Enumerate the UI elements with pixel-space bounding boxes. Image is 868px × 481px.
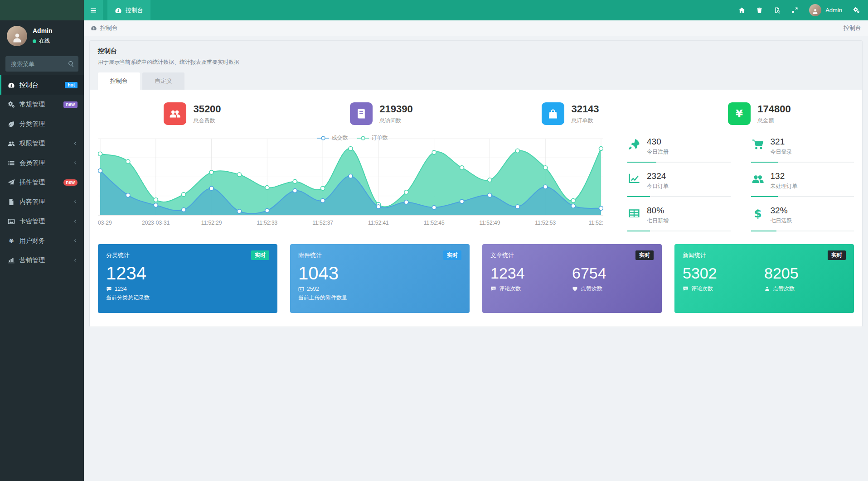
card-caption: 当前上传的附件数量 xyxy=(298,294,461,302)
sidebar-item-dashboard[interactable]: 控制台hot xyxy=(0,75,84,95)
card-big-value: 5302 xyxy=(683,265,764,282)
legend-item[interactable]: 成交数 xyxy=(317,134,348,142)
tab-custom[interactable]: 自定义 xyxy=(142,72,184,90)
sidebar-brand xyxy=(0,0,84,20)
card-category-stats: 分类统计实时12341234当前分类总记录数 xyxy=(98,244,277,313)
users-icon xyxy=(8,140,15,147)
panel-tabs: 控制台自定义 xyxy=(98,72,854,90)
svg-text:11:52:41: 11:52:41 xyxy=(368,220,389,226)
expand-icon[interactable] xyxy=(791,7,798,14)
line-chart-icon xyxy=(627,173,641,185)
stat-总订单数: 32143总订单数 xyxy=(476,102,665,125)
sidebar-item-cardkey[interactable]: 卡密管理 xyxy=(0,212,84,231)
person-icon xyxy=(764,286,770,292)
chevron-left-icon xyxy=(73,258,78,263)
sidebar-user-status: 在线 xyxy=(39,37,50,45)
sidebar-toggle-button[interactable] xyxy=(84,0,103,20)
legend-item[interactable]: 订单数 xyxy=(357,134,388,142)
chart-bar-icon xyxy=(8,257,15,264)
stat-总会员数: 35200总会员数 xyxy=(98,102,287,125)
progress-bar xyxy=(627,231,650,231)
sidebar-item-label: 用户财务 xyxy=(19,237,68,245)
ministat-七日活跃: $32%七日活跃 xyxy=(751,205,854,231)
sidebar-item-marketing[interactable]: 营销管理 xyxy=(0,250,84,270)
realtime-badge: 实时 xyxy=(251,250,269,260)
sidebar-item-finance[interactable]: ¥用户财务 xyxy=(0,231,84,250)
sidebar-item-category[interactable]: 分类管理 xyxy=(0,114,84,134)
chevron-left-icon xyxy=(73,219,78,224)
yen-icon: ¥ xyxy=(733,108,745,120)
realtime-badge: 实时 xyxy=(828,250,846,260)
comment-icon xyxy=(490,286,496,292)
ministats-grid: 430今日注册321今日登录2324今日订单132未处理订单80%七日新增$32… xyxy=(607,136,854,231)
sidebar-item-label: 内容管理 xyxy=(19,198,68,206)
sidebar-user-panel: Admin 在线 xyxy=(0,20,84,52)
sidebar-item-label: 控制台 xyxy=(19,81,60,89)
svg-text:2023-03-31: 2023-03-31 xyxy=(142,220,170,226)
summary-cards-row: 分类统计实时12341234当前分类总记录数附件统计实时10432592当前上传… xyxy=(98,244,854,313)
sidebar-item-general[interactable]: 常规管理new xyxy=(0,95,84,114)
navbar-user-name: Admin xyxy=(825,7,842,14)
card-sub-label: 点赞次数 xyxy=(773,285,795,293)
file-search-icon[interactable] xyxy=(774,7,781,14)
card-sub-value: 2592 xyxy=(307,286,319,292)
home-icon[interactable] xyxy=(738,7,745,14)
sidebar-item-auth[interactable]: 权限管理 xyxy=(0,134,84,153)
badge-new: new xyxy=(63,179,78,186)
breadcrumb-dashboard-link[interactable]: 控制台 xyxy=(91,24,118,32)
stat-value: 32143 xyxy=(571,103,599,115)
legend-marker-icon xyxy=(357,136,369,140)
ministat-value: 132 xyxy=(771,171,798,181)
svg-text:$: $ xyxy=(754,207,761,220)
tab-dashboard[interactable]: 控制台 xyxy=(107,0,150,20)
tab-dashboard[interactable]: 控制台 xyxy=(98,72,140,90)
svg-text:¥: ¥ xyxy=(9,237,14,245)
badge-new: new xyxy=(63,101,78,108)
card-title: 文章统计 xyxy=(490,251,514,260)
chevron-left-icon xyxy=(73,238,78,243)
yen-icon: ¥ xyxy=(728,102,751,125)
stat-value: 35200 xyxy=(193,103,221,115)
trend-chart[interactable]: 成交数订单数 03-292023-03-3111:52:2911:52:3311… xyxy=(98,136,607,231)
card-title: 分类统计 xyxy=(106,251,130,260)
bag-icon xyxy=(542,102,564,125)
card-title: 附件统计 xyxy=(298,251,322,260)
sidebar-item-label: 分类管理 xyxy=(19,120,78,128)
card-sub-label: 评论次数 xyxy=(691,285,713,293)
ministat-七日新增: 80%七日新增 xyxy=(627,205,731,231)
navbar-user-menu[interactable]: Admin xyxy=(809,4,842,16)
page-title: 控制台 xyxy=(98,47,854,55)
sidebar-item-content[interactable]: 内容管理 xyxy=(0,192,84,212)
legend-label: 订单数 xyxy=(372,134,388,142)
svg-text:11:52:49: 11:52:49 xyxy=(480,220,500,226)
sidebar-item-label: 会员管理 xyxy=(19,159,68,167)
progress-bar xyxy=(751,231,777,231)
page-description: 用于展示当前系统中的统计数据、统计报表及重要实时数据 xyxy=(98,58,854,66)
gears-icon[interactable] xyxy=(853,7,860,14)
sidebar-item-label: 常规管理 xyxy=(19,101,59,109)
top-navbar: 控制台 Admin xyxy=(84,0,868,20)
users-icon xyxy=(169,108,181,120)
trash-icon[interactable] xyxy=(756,7,763,14)
sidebar-item-addon[interactable]: 插件管理new xyxy=(0,173,84,192)
card-caption: 当前分类总记录数 xyxy=(106,294,269,302)
menu-bars-icon xyxy=(90,7,97,14)
badge-hot: hot xyxy=(65,82,78,88)
realtime-badge: 实时 xyxy=(635,250,654,260)
stats-row: 35200总会员数219390总访问数32143总订单数¥174800总金额 xyxy=(98,102,854,125)
bag-icon xyxy=(547,108,559,120)
legend-label: 成交数 xyxy=(332,134,348,142)
area-chart-svg: 03-292023-03-3111:52:2911:52:3311:52:371… xyxy=(98,136,603,229)
search-icon[interactable] xyxy=(68,60,75,67)
leaf-icon xyxy=(8,120,15,128)
chevron-left-icon xyxy=(73,160,78,165)
ministat-今日注册: 430今日注册 xyxy=(627,136,731,163)
legend-marker-icon xyxy=(317,136,329,140)
plane-icon xyxy=(8,179,15,186)
stat-value: 219390 xyxy=(379,103,412,115)
file-icon xyxy=(8,198,15,206)
sidebar-item-member[interactable]: 会员管理 xyxy=(0,153,84,173)
card-big-value: 8205 xyxy=(764,265,846,282)
ministat-label: 未处理订单 xyxy=(771,183,798,190)
gauge-icon xyxy=(115,7,122,14)
